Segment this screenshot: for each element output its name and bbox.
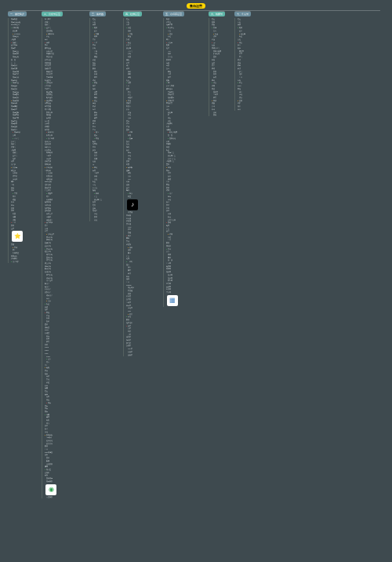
column-header[interactable]: 二、公众号运营 bbox=[42, 11, 63, 16]
column-header[interactable]: 一、微信简介 bbox=[8, 11, 27, 16]
grid-icon bbox=[167, 295, 178, 306]
column-4: 五、小程序运营概述轻应用无需下载即用即走开发注册认证类目开发者框架组件API接口… bbox=[163, 11, 206, 498]
column-header[interactable]: 六、视频号 bbox=[209, 11, 225, 16]
columns-container: 一、微信简介微信概述微信发展历程2011年发布语音功能朋友圈公众平台微信支付小程… bbox=[0, 11, 392, 498]
node-list: 定位目标人群价值规则门槛筛选引流渠道公众号朋友圈个人号活动裂变海报话术钩子诱饵福… bbox=[123, 18, 138, 356]
column-header[interactable]: 七、个人号 bbox=[234, 11, 251, 16]
node-list: 定位内容拍摄剪辑发布标题封面话题@位置关联公众号关联小程序扩展链接直播带货连麦打… bbox=[209, 18, 221, 116]
column-3: 四、社群运营定位目标人群价值规则门槛筛选引流渠道公众号朋友圈个人号活动裂变海报话… bbox=[123, 11, 161, 498]
column-5: 六、视频号定位内容拍摄剪辑发布标题封面话题@位置关联公众号关联小程序扩展链接直播… bbox=[209, 11, 232, 498]
tree-node[interactable]: 运营 bbox=[10, 228, 23, 230]
tree-node[interactable]: 生活类 bbox=[165, 291, 178, 294]
root-node: 微信运营 bbox=[187, 3, 205, 9]
tiktok-icon bbox=[127, 199, 138, 210]
column-header[interactable]: 五、小程序运营 bbox=[163, 11, 184, 16]
node-list: 概述轻应用无需下载即用即走开发注册认证类目开发者框架组件API接口云开发数据库存… bbox=[163, 18, 178, 307]
star-icon bbox=[12, 231, 23, 242]
column-6: 七、个人号定位人设头像昵称签名朋友圈标签分组好友加人被加通过率话术养号防封违规限… bbox=[234, 11, 263, 498]
node-list: 微信概述微信发展历程2011年发布语音功能朋友圈公众平台微信支付小程序视频号企业… bbox=[8, 18, 23, 263]
tree-node[interactable]: 微信指数 bbox=[44, 480, 56, 483]
column-0: 一、微信简介微信概述微信发展历程2011年发布语音功能朋友圈公众平台微信支付小程… bbox=[8, 11, 39, 498]
tree-node[interactable]: 优化 bbox=[92, 219, 102, 221]
column-header[interactable]: 四、社群运营 bbox=[123, 11, 142, 16]
tree-node[interactable]: 用户维护 bbox=[10, 261, 23, 263]
tree-node[interactable]: 权益 bbox=[125, 195, 138, 198]
node-list: 定位人设头像昵称签名背景内容生活工作产品活动干货互动情感价值观点故事案例评价反馈… bbox=[89, 18, 102, 221]
tree-node[interactable]: 百度指数 bbox=[44, 496, 56, 498]
tree-node[interactable]: 免费群 bbox=[125, 354, 138, 356]
column-1: 二、公众号运营账号类型订阅号服务号企业号注册流程资料准备认证命名头像简介菜单设置… bbox=[42, 11, 87, 498]
column-header[interactable]: 三、朋友圈 bbox=[89, 11, 106, 16]
tree-node[interactable]: 召回 bbox=[237, 108, 245, 111]
node-list: 账号类型订阅号服务号企业号注册流程资料准备认证命名头像简介菜单设置自动回复关键词… bbox=[42, 18, 56, 498]
column-2: 三、朋友圈定位人设头像昵称签名背景内容生活工作产品活动干货互动情感价值观点故事案… bbox=[89, 11, 121, 498]
tree-node[interactable]: 变现 bbox=[211, 114, 221, 116]
circle-icon bbox=[45, 484, 56, 495]
node-list: 定位人设头像昵称签名朋友圈标签分组好友加人被加通过率话术养号防封违规限制解封多号… bbox=[234, 18, 245, 111]
